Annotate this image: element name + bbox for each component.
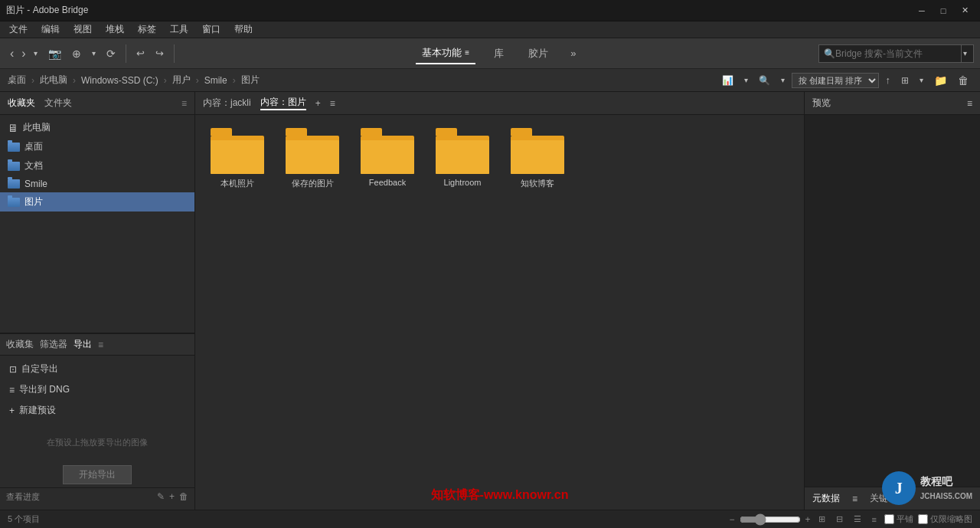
tab-metadata[interactable]: 元数据: [812, 492, 840, 505]
sidebar-item-desktop[interactable]: 桌面: [0, 137, 194, 156]
zoom-plus-button[interactable]: +: [805, 514, 811, 525]
add-progress-icon[interactable]: +: [169, 491, 175, 502]
tab-filter[interactable]: 筛选器: [40, 338, 67, 351]
close-button[interactable]: ✕: [956, 5, 974, 17]
forward-button[interactable]: ›: [18, 43, 29, 64]
path-users[interactable]: 用户: [172, 74, 191, 87]
sidebar-menu-icon[interactable]: ≡: [181, 98, 187, 109]
maximize-button[interactable]: □: [934, 5, 952, 17]
redo-button[interactable]: ↪: [152, 43, 168, 64]
view-grid-button[interactable]: ⊞: [815, 513, 828, 526]
view-options[interactable]: ⊞: [897, 70, 913, 91]
path-desktop[interactable]: 桌面: [8, 74, 26, 87]
search-input[interactable]: [835, 48, 958, 59]
content-add-tab[interactable]: +: [315, 98, 321, 109]
folder-label-0: 本机照片: [220, 178, 254, 189]
view-dropdown[interactable]: ▾: [916, 70, 927, 91]
path-sep-2: ›: [73, 75, 76, 86]
export-item-dng[interactable]: ≡ 导出到 DNG: [0, 379, 194, 400]
path-smile[interactable]: Smile: [204, 75, 227, 86]
sidebar-top: 收藏夹 文件夹 ≡ 🖥 此电脑 桌面 文档: [0, 92, 194, 333]
back-button[interactable]: ‹: [6, 43, 18, 64]
preview-header: 预览 ≡: [805, 92, 980, 115]
refine-dropdown[interactable]: ▾: [88, 43, 100, 64]
filter-dropdown[interactable]: ▾: [777, 70, 789, 91]
tab-film[interactable]: 胶片: [522, 44, 554, 64]
sidebar-item-computer[interactable]: 🖥 此电脑: [0, 118, 194, 137]
thumbnail-only-checkbox[interactable]: [918, 514, 928, 524]
search-icon[interactable]: 🔍: [824, 48, 835, 59]
refine-button[interactable]: ⊕: [68, 43, 85, 64]
delete-button[interactable]: 🗑: [954, 70, 972, 91]
view-detail-button[interactable]: ≡: [869, 513, 880, 526]
view-grid2-button[interactable]: ⊟: [833, 513, 846, 526]
search-dropdown[interactable]: ▾: [961, 45, 969, 62]
search-area: 🔍 ▾: [818, 44, 974, 63]
zoom-minus-button[interactable]: −: [730, 514, 735, 525]
view-list-button[interactable]: ☰: [851, 513, 864, 526]
menu-stack[interactable]: 堆栈: [100, 21, 130, 38]
folder-item-2[interactable]: Feedback: [353, 123, 422, 195]
quality-dropdown[interactable]: ▾: [740, 70, 752, 91]
menu-window[interactable]: 窗口: [196, 21, 227, 38]
path-pictures[interactable]: 图片: [241, 74, 260, 87]
flatten-checkbox[interactable]: [884, 514, 894, 524]
tab-basic-menu[interactable]: ≡: [465, 48, 469, 57]
menu-edit[interactable]: 编辑: [35, 21, 66, 38]
tab-export[interactable]: 导出: [74, 338, 92, 351]
export-menu-icon[interactable]: ≡: [98, 339, 103, 350]
preview-menu-icon[interactable]: ≡: [967, 98, 972, 109]
sidebar-item-pictures[interactable]: 图片: [0, 192, 194, 212]
sort-asc-button[interactable]: ↑: [882, 70, 895, 91]
flatten-check[interactable]: 平铺: [884, 513, 913, 525]
content-tab-jackli[interactable]: 内容：jackli: [203, 97, 251, 110]
folder-item-0[interactable]: 本机照片: [203, 123, 272, 195]
undo-button[interactable]: ↩: [132, 43, 149, 64]
menu-view[interactable]: 视图: [67, 21, 98, 38]
export-item-new-preset[interactable]: + 新建预设: [0, 400, 194, 421]
jcb-circle: [882, 471, 916, 505]
path-right-tools: 📊 ▾ 🔍 ▾ 按 创建日期 排序 按 修改日期 排序按 文件名 排序按 文件大…: [718, 70, 973, 91]
jcb-text: 教程吧JCHAIS5.COM: [920, 475, 972, 501]
menu-help[interactable]: 帮助: [228, 21, 259, 38]
delete-progress-icon[interactable]: 🗑: [179, 491, 188, 502]
dng-export-label: 导出到 DNG: [19, 383, 70, 396]
item-count-label: 5 个项目: [8, 513, 40, 525]
sort-dropdown[interactable]: 按 创建日期 排序 按 修改日期 排序按 文件名 排序按 文件大小 排序: [792, 73, 879, 88]
minimize-button[interactable]: ─: [913, 5, 931, 17]
tab-basic[interactable]: 基本功能 ≡: [416, 43, 475, 64]
path-computer[interactable]: 此电脑: [40, 74, 67, 87]
tab-collections[interactable]: 收藏集: [6, 338, 34, 351]
filter-icon[interactable]: 🔍: [755, 70, 774, 91]
more-workspaces[interactable]: »: [567, 43, 580, 64]
export-item-custom[interactable]: ⊡ 自定导出: [0, 359, 194, 379]
tab-library[interactable]: 库: [488, 44, 510, 64]
menu-tools[interactable]: 工具: [164, 21, 194, 38]
preview-label: 预览: [812, 97, 831, 110]
folder-item-1[interactable]: 保存的图片: [278, 123, 347, 195]
camera-button[interactable]: 📷: [44, 43, 65, 64]
content-tab-pictures[interactable]: 内容：图片: [260, 96, 306, 110]
folder-item-4[interactable]: 知软博客: [503, 123, 572, 195]
content-menu[interactable]: ≡: [330, 98, 335, 109]
start-export-button[interactable]: 开始导出: [63, 465, 132, 484]
sidebar-item-documents[interactable]: 文档: [0, 156, 194, 175]
tab-favorites[interactable]: 收藏夹: [8, 97, 35, 110]
nav-dropdown[interactable]: ▾: [30, 43, 41, 64]
menu-file[interactable]: 文件: [3, 21, 34, 38]
new-folder-button[interactable]: 📁: [930, 70, 951, 91]
title-bar: 图片 - Adobe Bridge ─ □ ✕: [0, 0, 980, 21]
folder-item-3[interactable]: Lightroom: [428, 123, 497, 195]
tab-folders[interactable]: 文件夹: [44, 97, 72, 110]
computer-icon: 🖥: [8, 122, 18, 134]
sidebar-item-smile[interactable]: Smile: [0, 175, 194, 192]
path-drive[interactable]: Windows-SSD (C:): [81, 75, 158, 86]
quality-icon[interactable]: 📊: [718, 70, 737, 91]
zoom-slider[interactable]: [740, 513, 801, 526]
thumbnail-only-check[interactable]: 仅限缩略图: [918, 513, 972, 525]
menu-label[interactable]: 标签: [132, 21, 162, 38]
refresh-button[interactable]: ⟳: [103, 43, 119, 64]
edit-progress-icon[interactable]: ✎: [157, 491, 165, 502]
custom-export-label: 自定导出: [21, 362, 58, 376]
metadata-menu-icon[interactable]: ≡: [852, 494, 858, 504]
